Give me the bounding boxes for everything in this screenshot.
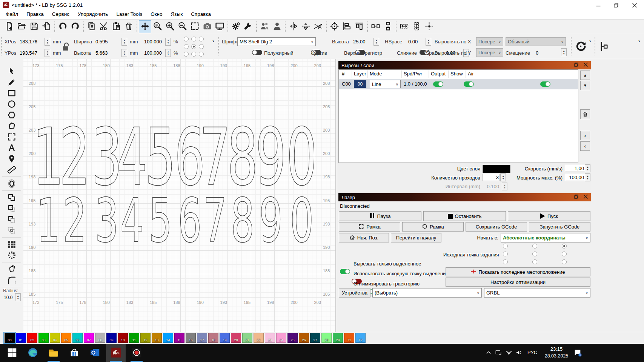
palette-swatch-11[interactable]: 11 — [129, 333, 139, 343]
circular-array-button[interactable] — [6, 250, 17, 261]
palette-swatch-16[interactable]: 16 — [186, 333, 196, 343]
optimization-settings-button[interactable]: Настройки оптимизации — [446, 278, 590, 287]
stencil-digit-1-row2[interactable]: 1 — [36, 186, 60, 256]
aligny-combo[interactable]: Посере — [476, 48, 503, 57]
toolbar-overflow-arrow-3[interactable]: › — [638, 38, 640, 44]
anchor-radio-8[interactable] — [199, 52, 204, 57]
job-origin-radio-3[interactable] — [503, 252, 508, 256]
font-height-spinner[interactable] — [373, 38, 379, 46]
new-file-button[interactable] — [3, 20, 15, 33]
taskbar-app-edge[interactable] — [23, 344, 43, 362]
anchor-radio-2[interactable] — [199, 37, 204, 41]
anchor-radio-1[interactable] — [191, 37, 196, 41]
palette-swatch-04[interactable]: 04 — [50, 333, 60, 343]
palette-swatch-07[interactable]: 07 — [84, 333, 94, 343]
menu-item-0[interactable]: Файл — [2, 10, 22, 18]
layer-delete-button[interactable] — [580, 109, 590, 119]
menu-item-1[interactable]: Правка — [22, 10, 48, 18]
alignx-combo[interactable]: Посере — [476, 37, 503, 46]
palette-swatch-01[interactable]: 01 — [16, 333, 26, 343]
edit-nodes-button[interactable] — [6, 121, 17, 132]
palette-swatch-24[interactable]: 24 — [276, 333, 286, 343]
zoom-in-button[interactable] — [164, 20, 176, 33]
restore-button[interactable] — [607, 0, 625, 10]
measure-tool-button[interactable] — [6, 165, 17, 175]
taskbar-app-store[interactable] — [65, 344, 84, 362]
device-profile-combo[interactable]: GRBL — [484, 288, 590, 298]
taskbar-app-start[interactable] — [2, 344, 22, 362]
layer-output-toggle[interactable] — [433, 81, 443, 87]
wpct-spinner[interactable] — [165, 38, 171, 46]
palette-swatch-26[interactable]: 26 — [299, 333, 309, 343]
pause-button[interactable]: Пауза — [339, 211, 421, 221]
menu-item-4[interactable]: Laser Tools — [112, 10, 146, 18]
palette-swatch-23[interactable]: 23 — [265, 333, 275, 343]
palette-swatch-T2[interactable]: T2 — [355, 333, 366, 343]
close-button[interactable] — [625, 0, 644, 10]
start-from-combo[interactable]: Абсолютные координаты — [501, 233, 590, 242]
polygon-tool-button[interactable] — [6, 110, 17, 121]
layer-right-button[interactable]: › — [580, 131, 590, 140]
layer-show-toggle[interactable] — [464, 81, 474, 87]
stencil-digit-2-row2[interactable]: 2 — [63, 186, 86, 256]
palette-swatch-T1[interactable]: T1 — [344, 333, 354, 343]
taskbar-app-lightburn[interactable] — [106, 344, 126, 362]
taskbar-app-recorder[interactable] — [127, 344, 146, 362]
palette-swatch-20[interactable]: 20 — [231, 333, 241, 343]
machine-settings-wrench-button[interactable] — [242, 20, 255, 33]
monitor-button[interactable] — [214, 20, 226, 33]
job-origin-radio-2[interactable] — [562, 244, 567, 248]
radius-spinner[interactable] — [15, 293, 21, 301]
toolbar-overflow-arrow-2[interactable]: › — [589, 38, 591, 44]
zoom-out-button[interactable] — [176, 20, 189, 33]
close-panel-icon[interactable] — [584, 63, 588, 68]
hspace-value[interactable]: 0.00 — [408, 39, 418, 44]
mirror-v-button[interactable] — [300, 20, 312, 33]
paste-button[interactable] — [110, 20, 123, 33]
pan-tool-button[interactable] — [139, 20, 151, 33]
palette-swatch-27[interactable]: 27 — [310, 333, 320, 343]
stencil-digit-6-row2[interactable]: 6 — [178, 186, 201, 256]
palette-swatch-15[interactable]: 15 — [174, 333, 184, 343]
height-value[interactable]: 5.663 — [95, 50, 108, 56]
palette-swatch-13[interactable]: 13 — [152, 333, 162, 343]
job-origin-radio-7[interactable] — [532, 259, 537, 264]
power-value[interactable]: 100,00 — [565, 174, 585, 181]
layer-color-swatch[interactable] — [483, 165, 510, 173]
layer-mode-combo[interactable]: Line — [370, 80, 401, 88]
tray-volume-icon[interactable] — [515, 349, 522, 357]
palette-swatch-17[interactable]: 17 — [197, 333, 207, 343]
go-origin-button[interactable]: Перейти к началу — [391, 233, 441, 242]
distribute-v-button[interactable] — [382, 20, 394, 33]
layer-row[interactable]: C00 00 Line 1.0 / 100.0 — [339, 79, 578, 89]
cuts-panel-header[interactable]: Вырезы / слои — [338, 61, 591, 69]
cut-button[interactable] — [98, 20, 110, 33]
anchor-radio-0[interactable] — [184, 37, 189, 41]
xpos-value[interactable]: 183.176 — [20, 39, 37, 44]
stencil-digit-8-row2[interactable]: 8 — [231, 186, 254, 256]
speed-value[interactable]: 1,00 — [565, 165, 585, 172]
palette-swatch-03[interactable]: 03 — [38, 333, 49, 343]
stencil-digit-3-row2[interactable]: 3 — [95, 186, 118, 256]
job-origin-radio-8[interactable] — [562, 259, 567, 264]
menu-item-6[interactable]: Язык — [167, 10, 187, 18]
run-gcode-button[interactable]: Запустить GCode — [529, 222, 590, 232]
width-spinner[interactable] — [121, 38, 127, 46]
lock-open-icon[interactable] — [61, 42, 71, 53]
toolbar-overflow-arrow[interactable]: › — [212, 38, 214, 44]
bool-difference-button[interactable] — [6, 215, 17, 225]
tray-date[interactable]: 28.03.2025 — [543, 353, 570, 359]
layer-left-button[interactable]: ‹ — [580, 141, 590, 151]
anchor-radio-6[interactable] — [184, 52, 189, 57]
stencil-digits[interactable]: 12345678901234567890 — [23, 59, 336, 332]
open-folder-button[interactable] — [15, 20, 28, 33]
palette-swatch-08[interactable]: 08 — [95, 333, 105, 343]
radius-value[interactable]: 10.0 — [4, 295, 12, 300]
undo-button[interactable] — [57, 20, 69, 33]
palette-swatch-10[interactable]: 10 — [118, 333, 128, 343]
font-height-value[interactable]: 25.00 — [353, 39, 366, 44]
ungroup-button[interactable] — [271, 20, 283, 33]
job-origin-radio-6[interactable] — [503, 259, 508, 264]
layer-color-chip[interactable]: 00 — [354, 80, 366, 88]
offset-tool-button[interactable] — [6, 179, 17, 189]
